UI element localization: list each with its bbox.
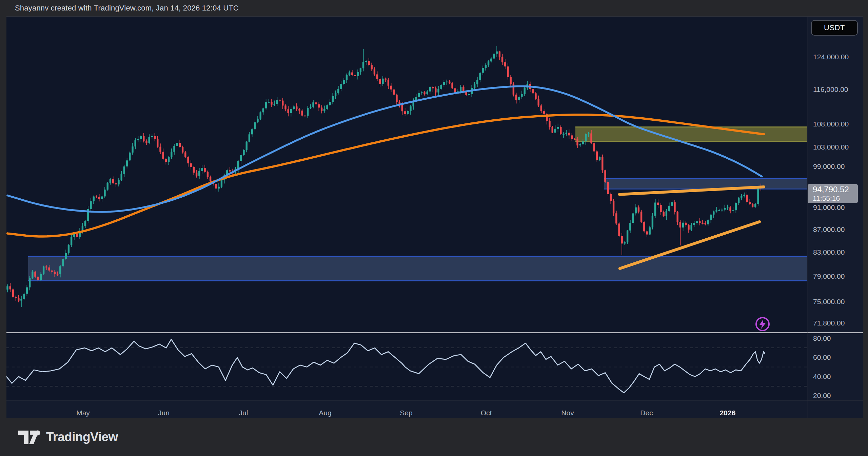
price-tick-label: 91,000.00 <box>813 203 845 212</box>
price-chart-svg[interactable] <box>0 0 868 456</box>
time-axis-label-aug: Aug <box>319 409 331 417</box>
supply-zone-olive[interactable] <box>575 127 807 141</box>
rsi-tick-label: 80.00 <box>813 334 831 342</box>
lightning-bolt-icon[interactable] <box>755 317 770 331</box>
price-tick-label: 71,800.00 <box>813 319 845 327</box>
tradingview-logo-text: TradingView <box>46 430 118 444</box>
price-tick-label: 116,000.00 <box>813 85 848 94</box>
price-tick-label: 83,000.00 <box>813 248 845 256</box>
price-tick-label: 75,000.00 <box>813 298 845 306</box>
resistance-zone-blue[interactable] <box>604 178 807 189</box>
rsi-tick-label: 40.00 <box>813 373 831 381</box>
time-axis-label-oct: Oct <box>481 409 492 417</box>
chart-widget-bg <box>6 17 863 418</box>
time-axis-label-2026: 2026 <box>720 409 736 417</box>
time-axis-label-dec: Dec <box>640 409 653 417</box>
quote-currency-button[interactable]: USDT <box>811 20 858 36</box>
price-tick-label: 108,000.00 <box>813 120 849 128</box>
time-axis-label-may: May <box>76 409 90 417</box>
bolt-glyph <box>759 319 766 329</box>
price-tick-label: 99,000.00 <box>813 162 845 171</box>
rsi-tick-label: 20.00 <box>813 392 831 400</box>
candle-countdown: 11:55:16 <box>813 194 858 202</box>
time-axis-label-nov: Nov <box>561 409 574 417</box>
support-zone-blue[interactable] <box>28 256 807 281</box>
price-tick-label: 103,000.00 <box>813 143 849 151</box>
time-axis-label-jul: Jul <box>239 409 248 417</box>
price-tick-label: 79,000.00 <box>813 272 845 280</box>
price-tick-label: 87,000.00 <box>813 225 845 234</box>
last-price-value: 94,790.52 <box>813 185 858 194</box>
tradingview-logo-icon <box>18 429 41 445</box>
tradingview-logo[interactable]: TradingView <box>0 429 118 445</box>
time-axis-label-jun: Jun <box>158 409 170 417</box>
price-tick-label: 124,000.00 <box>813 53 849 61</box>
rsi-tick-label: 60.00 <box>813 353 831 361</box>
tradingview-screenshot: Shayannv created with TradingView.com, J… <box>0 0 868 456</box>
footer-bar: TradingView <box>0 418 868 456</box>
last-price-badge: 94,790.52 11:55:16 <box>808 184 858 203</box>
time-axis-label-sep: Sep <box>400 409 412 417</box>
